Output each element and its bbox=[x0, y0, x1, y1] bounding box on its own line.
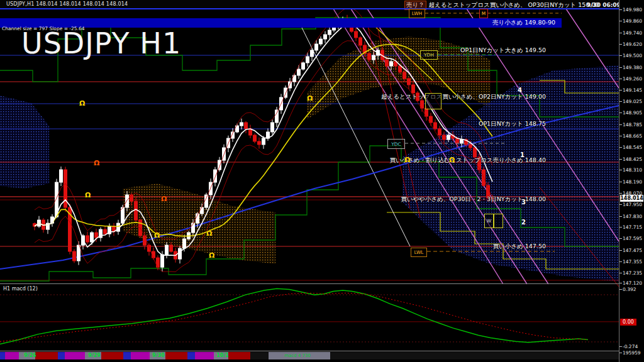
candle-body bbox=[91, 233, 94, 242]
axis-tick bbox=[619, 21, 622, 21]
omega-signal-icon: Ω bbox=[307, 94, 313, 102]
candle-body bbox=[474, 148, 477, 157]
candle-body bbox=[289, 82, 292, 88]
panel-separator-top bbox=[0, 283, 644, 284]
candle-body bbox=[95, 233, 98, 238]
axis-tick bbox=[619, 289, 622, 290]
candle-body bbox=[271, 123, 274, 132]
candle-body bbox=[135, 201, 138, 220]
macd-main-line bbox=[0, 288, 588, 344]
candle-body bbox=[315, 44, 318, 50]
candle-body bbox=[368, 53, 371, 60]
pivot-box-M: M bbox=[479, 9, 488, 18]
pivot-box-6 bbox=[494, 214, 503, 228]
candle-body bbox=[297, 69, 301, 75]
price-label-149.38: 149.380 bbox=[623, 65, 642, 70]
candle-body bbox=[324, 35, 327, 39]
date-label-9/29: 9/29 bbox=[88, 353, 101, 358]
price-label-148.545: 148.545 bbox=[623, 145, 642, 150]
ribbon-segment bbox=[5, 352, 19, 359]
axis-tick bbox=[619, 136, 622, 136]
header-separator bbox=[0, 8, 644, 9]
axis-tick bbox=[619, 67, 622, 68]
macd-signal-line bbox=[0, 293, 588, 341]
candle-body bbox=[438, 129, 441, 135]
candle-body bbox=[359, 38, 362, 45]
candle-body bbox=[183, 239, 186, 248]
symbol-ohlc-info: USDJPY,H1 148.014 148.014 148.014 148.01… bbox=[6, 1, 128, 7]
candle-body bbox=[469, 145, 472, 148]
omega-signal-icon: Ω bbox=[404, 156, 410, 164]
title-bar: USDJPY,H1 148.014 148.014 148.014 148.01… bbox=[0, 0, 644, 8]
candle-body bbox=[130, 195, 133, 201]
omega-signal-icon: Ω bbox=[85, 191, 91, 199]
ribbon-segment bbox=[228, 352, 250, 359]
axis-tick bbox=[619, 44, 622, 45]
price-label-147.475: 147.475 bbox=[623, 248, 642, 253]
ribbon-segment bbox=[195, 352, 214, 359]
price-label-149.26: 149.260 bbox=[623, 76, 642, 82]
date-label-9/26: 9/26 bbox=[24, 353, 36, 358]
annotation-level-1: 超えるとストップロス買い小さめ、OP2日NYカット 149.00 bbox=[381, 93, 546, 101]
wave-count-3: 3 bbox=[521, 199, 526, 206]
pivot-box-YDH: YDH bbox=[420, 50, 438, 60]
wave-count-4: 4 bbox=[518, 87, 522, 94]
ribbon-segment bbox=[35, 352, 58, 359]
axis-tick bbox=[619, 227, 622, 228]
ribbon-segment bbox=[187, 352, 195, 359]
axis-tick bbox=[619, 112, 622, 113]
axis-tick bbox=[619, 159, 622, 160]
candle-body bbox=[205, 195, 208, 207]
trading-chart-window: USDJPY,H1 148.014 148.014 148.014 148.01… bbox=[0, 0, 644, 362]
price-axis[interactable]: 148.014 0.00 149.980149.860149.740149.62… bbox=[619, 0, 644, 362]
price-label-147.12: 147.120 bbox=[623, 280, 642, 286]
candle-body bbox=[152, 251, 155, 258]
axis-tick bbox=[619, 250, 622, 251]
candle-body bbox=[403, 72, 406, 79]
axis-tick bbox=[619, 204, 622, 205]
ribbon-segment bbox=[101, 352, 123, 359]
macd-current-tag: 0.00 bbox=[620, 319, 636, 326]
axis-tick bbox=[619, 193, 622, 194]
axis-tick bbox=[619, 79, 622, 79]
current-price-tag: 148.014 bbox=[620, 195, 643, 202]
channel-info-text: Channel size = 797 Slope = -25.64 bbox=[2, 26, 85, 31]
candle-body bbox=[355, 31, 358, 38]
price-label-147.235: 147.235 bbox=[623, 270, 642, 276]
price-label-147.83: 147.830 bbox=[623, 214, 642, 219]
ribbon-segment bbox=[123, 352, 131, 359]
candle-body bbox=[275, 110, 279, 123]
candle-body bbox=[328, 30, 331, 35]
axis-tick bbox=[619, 170, 622, 170]
macd-extra-label: 195959 bbox=[623, 350, 641, 356]
macd-indicator-label: H1 macd (12) bbox=[3, 286, 38, 292]
ribbon-note: macd 4 730 bbox=[284, 353, 311, 358]
candle-body bbox=[179, 248, 182, 259]
axis-tick bbox=[619, 9, 622, 10]
timeline-ribbon: 9/269/299/3010/1macd 4 730 bbox=[0, 352, 619, 359]
cloud-blue bbox=[0, 96, 49, 189]
price-label-148.425: 148.425 bbox=[623, 156, 642, 162]
candle-body bbox=[262, 138, 265, 145]
axis-tick bbox=[619, 238, 622, 239]
ribbon-segment bbox=[58, 352, 65, 359]
price-label-149.025: 149.025 bbox=[623, 99, 642, 104]
omega-signal-icon: Ω bbox=[209, 251, 214, 260]
omega-signal-icon: Ω bbox=[449, 156, 455, 164]
axis-tick bbox=[619, 273, 622, 273]
candle-body bbox=[143, 236, 147, 245]
pivot-box-YDC: YDC bbox=[387, 139, 405, 149]
price-label-148.31: 148.310 bbox=[623, 167, 642, 173]
candle-body bbox=[460, 140, 464, 143]
price-label-149.98: 149.980 bbox=[623, 7, 642, 13]
price-label-148.905: 148.905 bbox=[623, 110, 642, 116]
pivot-box-LWL: LWL bbox=[411, 248, 427, 257]
axis-tick bbox=[619, 33, 622, 33]
omega-signal-icon: Ω bbox=[94, 159, 99, 167]
candle-body bbox=[161, 255, 164, 267]
macd-top-label: 0.392 bbox=[623, 287, 636, 292]
candle-body bbox=[412, 85, 415, 93]
candle-body bbox=[311, 50, 314, 57]
omega-signal-icon: Ω bbox=[79, 99, 85, 107]
candle-body bbox=[73, 251, 76, 261]
